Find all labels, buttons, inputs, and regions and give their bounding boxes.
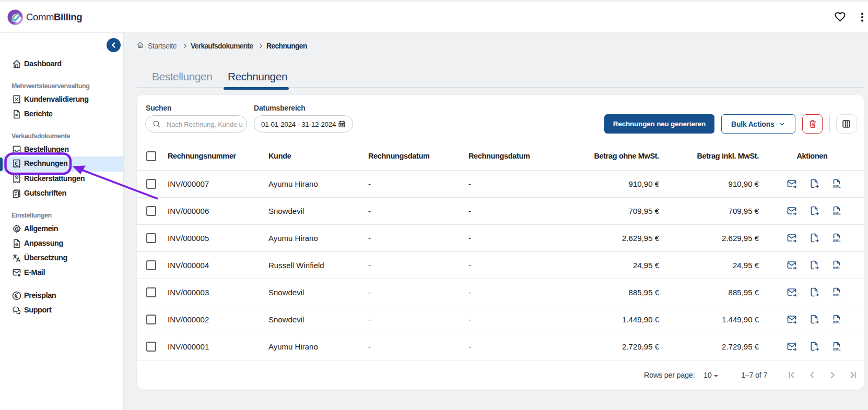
svg-text:XML: XML [833, 239, 841, 243]
svg-text:XML: XML [833, 185, 841, 189]
svg-text:XML: XML [833, 320, 841, 324]
svg-text:XML: XML [833, 266, 841, 270]
svg-text:XML: XML [833, 212, 841, 216]
svg-text:XML: XML [833, 347, 841, 352]
svg-text:XML: XML [833, 293, 841, 297]
